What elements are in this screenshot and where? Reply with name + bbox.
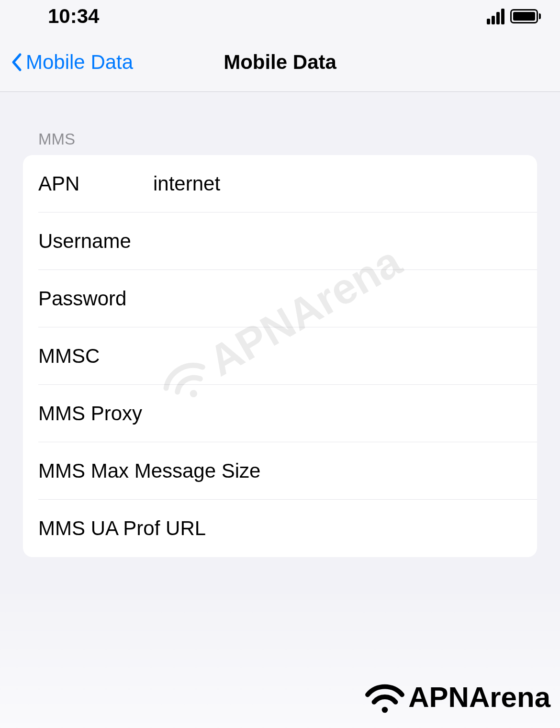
footer-logo: APNArena — [363, 675, 550, 718]
settings-group-mms: APN Username Password MMSC MMS Proxy MMS… — [23, 155, 537, 557]
row-password[interactable]: Password — [23, 270, 537, 327]
status-time: 10:34 — [48, 5, 99, 28]
label-apn: APN — [38, 172, 153, 195]
label-password: Password — [38, 287, 153, 310]
row-mmsc[interactable]: MMSC — [23, 327, 537, 385]
status-indicators — [487, 9, 541, 24]
row-mms-ua-prof[interactable]: MMS UA Prof URL — [23, 500, 537, 557]
content: MMS APN Username Password MMSC MMS Proxy… — [0, 92, 560, 557]
label-username: Username — [38, 230, 153, 253]
label-mms-max-size: MMS Max Message Size — [38, 459, 260, 482]
input-mms-ua-prof[interactable] — [206, 500, 537, 557]
input-password[interactable] — [153, 270, 537, 327]
input-mmsc[interactable] — [153, 327, 537, 385]
back-label: Mobile Data — [26, 51, 133, 74]
label-mms-proxy: MMS Proxy — [38, 402, 142, 425]
cellular-signal-icon — [487, 9, 504, 24]
input-mms-proxy[interactable] — [142, 385, 537, 442]
page-title: Mobile Data — [224, 51, 336, 74]
battery-icon — [510, 9, 541, 23]
status-bar: 10:34 — [0, 0, 560, 33]
input-mms-max-size[interactable] — [260, 442, 537, 500]
row-mms-proxy[interactable]: MMS Proxy — [23, 385, 537, 442]
row-username[interactable]: Username — [23, 213, 537, 270]
label-mmsc: MMSC — [38, 345, 153, 368]
back-button[interactable]: Mobile Data — [0, 51, 133, 74]
row-mms-max-size[interactable]: MMS Max Message Size — [23, 442, 537, 500]
svg-point-1 — [382, 707, 388, 713]
input-username[interactable] — [153, 213, 537, 270]
nav-bar: Mobile Data Mobile Data — [0, 33, 560, 92]
section-header-mms: MMS — [23, 130, 537, 155]
row-apn[interactable]: APN — [23, 155, 537, 213]
wifi-icon — [363, 675, 406, 718]
input-apn[interactable] — [153, 155, 537, 213]
label-mms-ua-prof: MMS UA Prof URL — [38, 517, 206, 540]
chevron-left-icon — [11, 53, 22, 72]
